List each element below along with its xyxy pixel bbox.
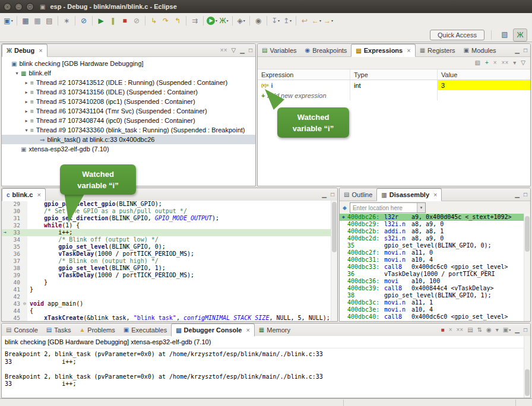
- remove-launch-icon[interactable]: ×: [449, 327, 452, 333]
- line-number[interactable]: 44: [8, 307, 22, 315]
- new-wizard-icon[interactable]: ▣▾: [2, 15, 14, 27]
- maximize-button[interactable]: ◻: [26, 3, 34, 11]
- close-button[interactable]: ×: [4, 3, 11, 11]
- tab-modules[interactable]: ▣Modules: [460, 44, 501, 56]
- close-tab-icon[interactable]: ×: [407, 47, 410, 54]
- tree-row[interactable]: ▸≡Thread #7 1073408744 (ipc0) (Suspended…: [2, 116, 255, 125]
- debug-perspective-button[interactable]: Ж: [513, 28, 527, 42]
- display-selected-console-icon[interactable]: ▾: [496, 327, 499, 333]
- remove-all-expressions-icon[interactable]: ××: [502, 60, 509, 66]
- maximize-icon[interactable]: □: [249, 47, 252, 53]
- column-header-value[interactable]: Value: [438, 69, 530, 80]
- tab-disassembly[interactable]: ▥Disassembly×: [376, 188, 442, 201]
- minimize-button[interactable]: –: [15, 3, 23, 11]
- code-line[interactable]: 30 /* Set the GPIO as a push/pull output…: [2, 208, 337, 215]
- disassembly-line[interactable]: 400dbc2f:movi.na11, 0: [340, 249, 530, 256]
- tab-blink-c[interactable]: cblink.c×: [2, 188, 46, 201]
- disconnect-icon[interactable]: ⊘: [131, 15, 142, 27]
- pin-console-icon[interactable]: ◉: [486, 327, 492, 333]
- line-number[interactable]: 40: [8, 279, 22, 286]
- tab-problems[interactable]: ▲Problems: [75, 323, 119, 336]
- console-scrollbar[interactable]: [524, 336, 530, 398]
- tree-row[interactable]: ▣blink checking [GDB Hardware Debugging]: [2, 59, 255, 68]
- collapse-all-icon[interactable]: ▾: [513, 60, 516, 66]
- step-over-icon[interactable]: ↷: [160, 15, 172, 27]
- disassembly-line[interactable]: 35gpio_set_level(BLINK_GPIO, 0);: [340, 242, 530, 249]
- line-number[interactable]: 38: [8, 265, 22, 272]
- remove-all-terminated-icon[interactable]: ××: [220, 47, 227, 53]
- code-line[interactable]: 29 gpio_pad_select_gpio(BLINK_GPIO);: [2, 201, 337, 208]
- line-number[interactable]: 41: [8, 286, 22, 293]
- tab-expressions[interactable]: ▤Expressions×: [351, 44, 415, 57]
- tree-row[interactable]: ▾≡Thread #9 1073433360 (blink_task : Run…: [2, 125, 255, 135]
- disassembly-line[interactable]: 400dbc33:call80x400dc6c0 <gpio_set_level…: [340, 264, 530, 271]
- skip-all-breakpoints-icon[interactable]: ⊘: [78, 15, 90, 27]
- open-perspective-button[interactable]: ▧: [498, 28, 511, 40]
- scroll-lock-icon[interactable]: ⇅: [477, 327, 482, 333]
- disassembly-line[interactable]: 400dbc40:call80x400dc6c0 <gpio_set_level…: [340, 313, 530, 321]
- disassembly-line[interactable]: 400dbc3e:movi.na10, 4: [340, 306, 530, 313]
- step-into-icon[interactable]: ↳: [148, 15, 160, 27]
- terminate-icon[interactable]: ■: [119, 15, 131, 27]
- code-line[interactable]: 39 vTaskDelay(1000 / portTICK_PERIOD_MS)…: [2, 272, 337, 279]
- open-console-icon[interactable]: ▣▾: [503, 327, 511, 333]
- remove-all-launches-icon[interactable]: ××: [456, 327, 463, 333]
- close-tab-icon[interactable]: ×: [246, 326, 249, 334]
- maximize-icon[interactable]: □: [331, 192, 334, 198]
- code-line[interactable]: 42: [2, 293, 337, 300]
- resume-icon[interactable]: ▶: [95, 15, 107, 27]
- line-number[interactable]: 35: [8, 243, 22, 250]
- location-dropdown-icon[interactable]: ▼: [417, 203, 425, 212]
- disassembly-line[interactable]: 400dbc36:movia10, 100: [340, 278, 530, 285]
- minimize-icon[interactable]: ▁: [515, 192, 520, 198]
- debug-icon[interactable]: Ж▾: [218, 15, 230, 27]
- close-tab-icon[interactable]: ×: [433, 191, 437, 198]
- line-number[interactable]: 43: [8, 300, 22, 307]
- disassembly-scrollbar[interactable]: [524, 214, 530, 321]
- maximize-icon[interactable]: □: [524, 327, 527, 333]
- tree-row[interactable]: ▸≡Thread #6 1073431104 (Tmr Svc) (Suspen…: [2, 106, 255, 116]
- expander-icon[interactable]: ▸: [23, 80, 30, 85]
- minimize-icon[interactable]: ▁: [240, 47, 245, 53]
- suspend-icon[interactable]: ∥: [107, 15, 119, 27]
- code-line[interactable]: 41}: [2, 286, 337, 293]
- quick-access-button[interactable]: Quick Access: [430, 30, 484, 40]
- code-line[interactable]: 43⊖void app_main(): [2, 300, 337, 307]
- tab-tasks[interactable]: ▤Tasks: [42, 323, 75, 336]
- close-tab-icon[interactable]: ×: [37, 191, 40, 198]
- tree-row[interactable]: ▣xtensa-esp32-elf-gdb (7.10): [2, 144, 255, 154]
- disassembly-line[interactable]: 39vTaskDelay(1000 / portTICK_PERI: [340, 321, 530, 322]
- search-icon[interactable]: ◉: [252, 15, 264, 27]
- instruction-stepping-icon[interactable]: ⇉: [189, 15, 201, 27]
- close-tab-icon[interactable]: ×: [39, 47, 42, 54]
- save-all-icon[interactable]: ▦: [31, 15, 43, 27]
- expander-icon[interactable]: ▸: [23, 109, 30, 114]
- line-number[interactable]: 30: [8, 208, 22, 215]
- disassembly-line[interactable]: 36vTaskDelay(1000 / portTICK_PERI: [340, 271, 530, 278]
- tree-row[interactable]: ▸≡Thread #2 1073413512 (IDLE : Running) …: [2, 78, 255, 87]
- expression-row[interactable]: (x)= i int 3: [258, 80, 530, 90]
- line-number[interactable]: 31: [8, 215, 22, 222]
- disassembly-line[interactable]: 400dbc39:call80x400844c4 <vTaskDelay>: [340, 285, 530, 292]
- line-number[interactable]: 29: [8, 201, 22, 208]
- tree-row[interactable]: ▾▦blink.elf: [2, 68, 255, 78]
- line-number[interactable]: 45: [8, 315, 22, 322]
- clear-console-icon[interactable]: ▤: [467, 327, 473, 333]
- run-icon[interactable]: ▶▾: [206, 15, 218, 27]
- disassembly-line[interactable]: 400dbc2b:addi.na8, a8, 1: [340, 228, 530, 235]
- maximize-icon[interactable]: □: [524, 192, 527, 198]
- code-line[interactable]: 40 }: [2, 279, 337, 286]
- view-menu-icon[interactable]: ▽: [232, 47, 236, 53]
- line-number[interactable]: 33: [8, 229, 22, 236]
- line-number[interactable]: 39: [8, 272, 22, 279]
- tab-registers[interactable]: ▦Registers: [416, 44, 460, 56]
- code-line[interactable]: 31 gpio_set_direction(BLINK_GPIO, GPIO_M…: [2, 215, 337, 222]
- tab-outline[interactable]: ▤Outline: [340, 188, 376, 201]
- back-icon[interactable]: ←▾: [311, 15, 322, 27]
- tab-debugger-console[interactable]: ▤Debugger Console×: [171, 323, 255, 337]
- code-line[interactable]: 35 gpio_set_level(BLINK_GPIO, 0);: [2, 243, 337, 250]
- disassembly-line[interactable]: 400dbc2d:s32i.na8, a9, 0: [340, 235, 530, 242]
- expander-icon[interactable]: ▸: [23, 118, 30, 123]
- last-edit-location-icon[interactable]: ↩: [299, 15, 311, 27]
- build-icon[interactable]: ∗: [61, 15, 72, 27]
